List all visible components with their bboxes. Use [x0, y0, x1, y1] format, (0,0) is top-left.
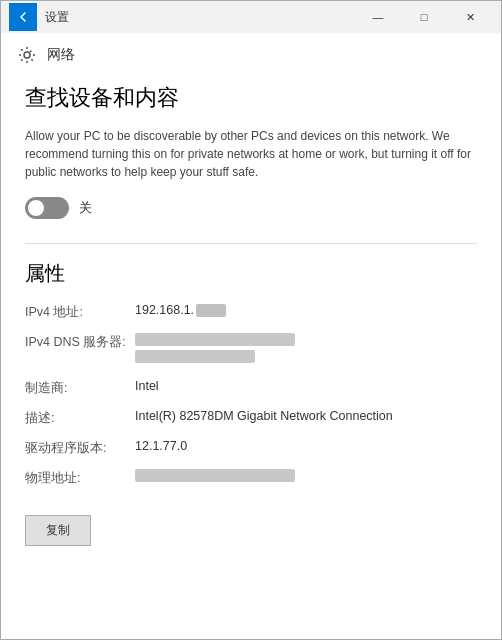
section-heading: 查找设备和内容 — [25, 83, 477, 113]
toggle-row: 关 — [25, 197, 477, 219]
description-row: 描述: Intel(R) 82578DM Gigabit Network Con… — [25, 409, 477, 427]
toggle-label: 关 — [79, 199, 92, 217]
ipv4-address-value: 192.168.1. — [135, 303, 477, 317]
ipv4-dns-row: IPv4 DNS 服务器: — [25, 333, 477, 367]
minimize-button[interactable]: — — [355, 1, 401, 33]
manufacturer-value: Intel — [135, 379, 477, 393]
driver-version-label: 驱动程序版本: — [25, 439, 135, 457]
physical-address-row: 物理地址: — [25, 469, 477, 487]
driver-version-value: 12.1.77.0 — [135, 439, 477, 453]
manufacturer-label: 制造商: — [25, 379, 135, 397]
ip-blur — [196, 304, 226, 317]
dns-blur-2 — [135, 350, 255, 363]
dns-blur-1 — [135, 333, 295, 346]
content-area: 网络 查找设备和内容 Allow your PC to be discovera… — [1, 33, 501, 639]
close-button[interactable]: ✕ — [447, 1, 493, 33]
gear-icon — [17, 45, 37, 65]
settings-window: 设置 — □ ✕ 网络 查找设备和内容 Allow your PC to be … — [0, 0, 502, 640]
properties-section: 属性 IPv4 地址: 192.168.1. IPv4 DNS 服务器: — [25, 260, 477, 546]
physical-address-value — [135, 469, 477, 486]
manufacturer-row: 制造商: Intel — [25, 379, 477, 397]
nav-header: 网络 — [1, 33, 501, 73]
mac-blur — [135, 469, 295, 482]
copy-button[interactable]: 复制 — [25, 515, 91, 546]
ipv4-address-label: IPv4 地址: — [25, 303, 135, 321]
physical-address-label: 物理地址: — [25, 469, 135, 487]
main-content: 查找设备和内容 Allow your PC to be discoverable… — [1, 73, 501, 570]
window-title: 设置 — [37, 9, 355, 26]
divider — [25, 243, 477, 244]
description-value: Intel(R) 82578DM Gigabit Network Connect… — [135, 409, 477, 423]
driver-version-row: 驱动程序版本: 12.1.77.0 — [25, 439, 477, 457]
back-button[interactable] — [9, 3, 37, 31]
ipv4-dns-value — [135, 333, 477, 367]
description-text: Allow your PC to be discoverable by othe… — [25, 127, 477, 181]
ipv4-dns-label: IPv4 DNS 服务器: — [25, 333, 135, 351]
title-bar: 设置 — □ ✕ — [1, 1, 501, 33]
properties-heading: 属性 — [25, 260, 477, 287]
discovery-toggle[interactable] — [25, 197, 69, 219]
nav-title: 网络 — [47, 46, 75, 64]
window-controls: — □ ✕ — [355, 1, 493, 33]
ipv4-address-row: IPv4 地址: 192.168.1. — [25, 303, 477, 321]
maximize-button[interactable]: □ — [401, 1, 447, 33]
description-label: 描述: — [25, 409, 135, 427]
svg-point-0 — [24, 52, 30, 58]
